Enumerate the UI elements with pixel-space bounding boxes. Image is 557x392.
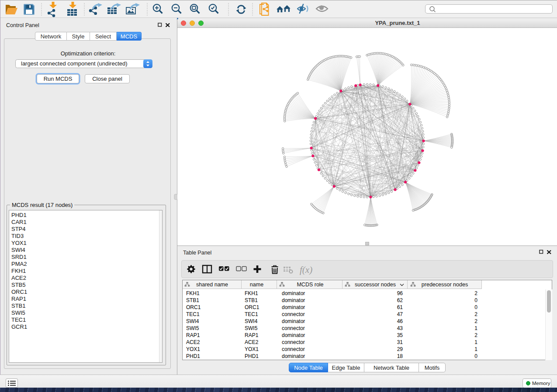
- svg-text:f(x): f(x): [300, 265, 312, 275]
